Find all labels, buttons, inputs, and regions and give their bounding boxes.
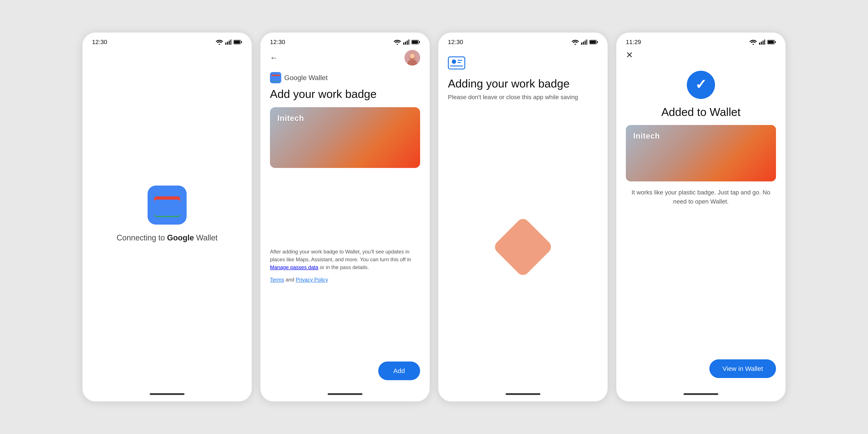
signal-icon <box>225 39 231 45</box>
phone-screen-4: 11:29 ✕ ✓ Added to Wallet <box>616 33 785 401</box>
battery-icon-2 <box>411 40 420 44</box>
signal-icon-3 <box>581 39 587 45</box>
back-button[interactable]: ← <box>270 53 278 62</box>
phone-screen-3: 12:30 <box>438 33 608 401</box>
screen3-content-wrap: Adding your work badge Please don't leav… <box>438 48 608 389</box>
svg-rect-2 <box>229 40 230 45</box>
wifi-icon-4 <box>749 39 757 45</box>
screen4-footer: View in Wallet <box>626 359 776 380</box>
screen3-content: Adding your work badge Please don't leav… <box>448 48 598 380</box>
added-desc: It works like your plastic badge. Just t… <box>626 188 776 206</box>
svg-rect-41 <box>761 42 762 45</box>
svg-rect-35 <box>448 57 465 69</box>
time-4: 11:29 <box>626 39 641 45</box>
svg-rect-5 <box>234 40 240 43</box>
svg-rect-3 <box>230 39 231 45</box>
screen2-body: ← Google Wallet <box>260 48 430 389</box>
status-bar-2: 12:30 <box>260 33 430 48</box>
connecting-text: Connecting to Google Wallet <box>117 233 218 242</box>
signal-icon-2 <box>403 39 409 45</box>
wifi-icon-2 <box>394 39 401 45</box>
badge-company-2: Initech <box>277 114 304 123</box>
google-wallet-label: Google Wallet <box>284 74 328 82</box>
svg-rect-11 <box>154 199 180 216</box>
phone-screen-1: 12:30 <box>83 33 252 401</box>
terms-link[interactable]: Terms <box>270 277 284 282</box>
svg-rect-39 <box>450 65 463 66</box>
svg-rect-15 <box>408 39 409 45</box>
svg-rect-27 <box>271 76 280 82</box>
wifi-icon-3 <box>571 39 579 45</box>
svg-rect-1 <box>227 42 228 45</box>
avatar <box>404 50 420 65</box>
google-wallet-icon-big <box>148 186 187 225</box>
home-indicator-3 <box>506 393 540 395</box>
view-in-wallet-button[interactable]: View in Wallet <box>709 359 776 378</box>
home-indicator-4 <box>684 393 718 395</box>
badge-card-2: Initech <box>270 107 420 168</box>
svg-rect-12 <box>403 42 404 45</box>
home-indicator-1 <box>150 393 184 395</box>
status-icons-2 <box>394 39 420 45</box>
checkmark-icon: ✓ <box>695 78 707 91</box>
badge-card-4: Initech <box>626 125 776 181</box>
svg-rect-31 <box>586 39 587 45</box>
svg-rect-33 <box>590 40 596 43</box>
screen1-content: Connecting to Google Wallet <box>83 48 252 389</box>
status-icons-3 <box>571 39 598 45</box>
adding-title: Adding your work badge <box>448 77 569 90</box>
screen4-body: ✕ ✓ Added to Wallet Initech It works lik… <box>616 48 785 389</box>
add-badge-title: Add your work badge <box>270 88 420 101</box>
svg-rect-17 <box>412 40 418 43</box>
status-bar-4: 11:29 <box>616 33 785 48</box>
screen4-content: ✕ ✓ Added to Wallet Initech It works lik… <box>626 48 776 380</box>
status-icons-4 <box>749 39 776 45</box>
google-wallet-logo: Google Wallet <box>270 72 420 83</box>
screen2-scroll: Google Wallet Add your work badge Initec… <box>270 72 420 380</box>
svg-rect-46 <box>775 41 776 43</box>
svg-rect-34 <box>597 41 598 43</box>
wifi-icon <box>216 39 223 45</box>
add-button[interactable]: Add <box>378 362 420 380</box>
close-button[interactable]: ✕ <box>626 50 633 60</box>
svg-rect-40 <box>759 42 760 45</box>
svg-rect-14 <box>407 40 408 45</box>
battery-icon <box>234 40 242 44</box>
svg-rect-30 <box>585 40 586 45</box>
signal-icon-4 <box>759 39 765 45</box>
svg-point-22 <box>410 53 415 59</box>
svg-rect-42 <box>763 40 764 45</box>
svg-rect-28 <box>581 42 582 45</box>
svg-point-36 <box>452 59 456 64</box>
battery-icon-4 <box>767 40 776 44</box>
loading-diamond <box>492 216 554 278</box>
badge-links: Terms and Privacy Policy <box>270 276 420 284</box>
svg-rect-38 <box>458 62 461 63</box>
svg-rect-43 <box>764 39 765 45</box>
status-icons-1 <box>216 39 242 45</box>
svg-rect-45 <box>768 40 774 43</box>
success-circle: ✓ <box>687 71 715 99</box>
svg-rect-13 <box>405 42 406 45</box>
screen2-footer: Add <box>270 357 420 380</box>
badge-description: After adding your work badge to Wallet, … <box>270 248 420 271</box>
status-bar-1: 12:30 <box>83 33 252 48</box>
time-1: 12:30 <box>92 39 107 45</box>
home-indicator-2 <box>328 393 362 395</box>
badge-id-icon <box>448 56 465 70</box>
manage-passes-link[interactable]: Manage passes data <box>270 264 318 270</box>
adding-subtitle: Please don't leave or close this app whi… <box>448 94 578 101</box>
svg-rect-0 <box>225 42 226 45</box>
id-badge-icon <box>448 56 465 69</box>
privacy-link[interactable]: Privacy Policy <box>296 277 328 282</box>
time-3: 12:30 <box>448 39 463 45</box>
svg-rect-18 <box>419 41 420 43</box>
phone-screen-2: 12:30 ← <box>260 33 430 401</box>
gw-icon <box>270 72 281 83</box>
battery-icon-3 <box>589 40 598 44</box>
svg-rect-29 <box>583 42 584 45</box>
badge-company-4: Initech <box>633 131 660 141</box>
status-bar-3: 12:30 <box>438 33 608 48</box>
svg-rect-6 <box>241 41 242 43</box>
svg-rect-37 <box>458 60 462 61</box>
